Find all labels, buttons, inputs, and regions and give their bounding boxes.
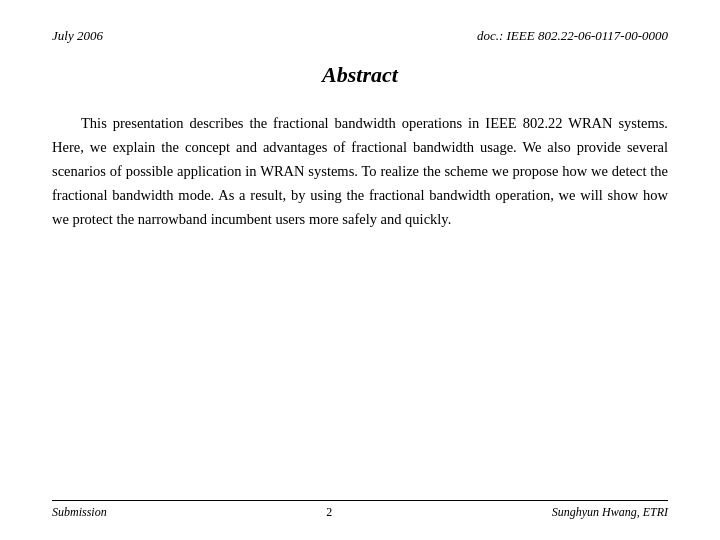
footer-submission: Submission [52,505,107,520]
footer-author: Sunghyun Hwang, ETRI [552,505,668,520]
page-title: Abstract [322,62,398,87]
page: July 2006 doc.: IEEE 802.22-06-0117-00-0… [0,0,720,540]
footer-page-number: 2 [326,505,332,520]
abstract-body: This presentation describes the fraction… [52,112,668,232]
header: July 2006 doc.: IEEE 802.22-06-0117-00-0… [52,28,668,44]
header-doc-id: doc.: IEEE 802.22-06-0117-00-0000 [477,28,668,44]
title-section: Abstract [52,62,668,88]
footer: Submission 2 Sunghyun Hwang, ETRI [52,500,668,520]
header-date: July 2006 [52,28,103,44]
